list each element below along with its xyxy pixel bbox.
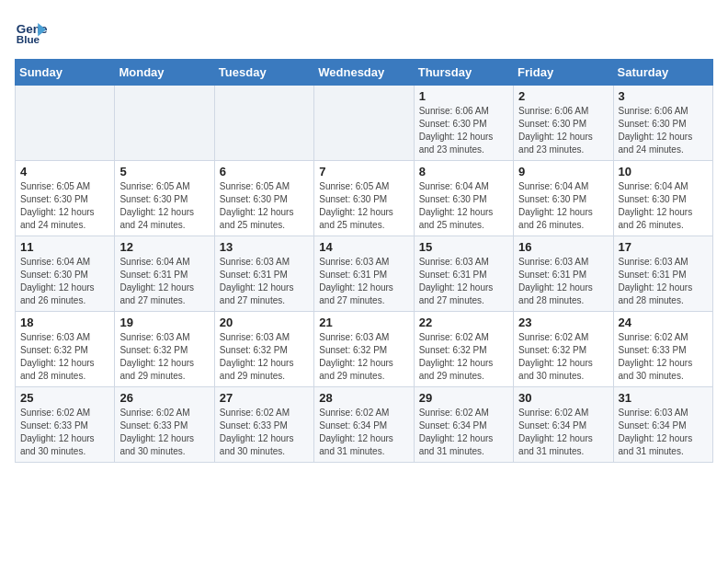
- day-info: Sunrise: 6:03 AMSunset: 6:31 PMDaylight:…: [619, 256, 708, 307]
- day-info: Sunrise: 6:02 AMSunset: 6:34 PMDaylight:…: [518, 407, 608, 458]
- calendar-table: SundayMondayTuesdayWednesdayThursdayFrid…: [15, 59, 713, 463]
- day-info: Sunrise: 6:02 AMSunset: 6:33 PMDaylight:…: [220, 407, 309, 458]
- calendar-cell: 25Sunrise: 6:02 AMSunset: 6:33 PMDayligh…: [16, 387, 115, 463]
- day-info: Sunrise: 6:02 AMSunset: 6:33 PMDaylight:…: [20, 407, 109, 458]
- day-number: 21: [319, 316, 408, 329]
- calendar-cell: 9Sunrise: 6:04 AMSunset: 6:30 PMDaylight…: [514, 161, 613, 236]
- day-info: Sunrise: 6:02 AMSunset: 6:32 PMDaylight:…: [518, 331, 608, 383]
- calendar-cell: 13Sunrise: 6:03 AMSunset: 6:31 PMDayligh…: [214, 236, 313, 312]
- calendar-cell: 8Sunrise: 6:04 AMSunset: 6:30 PMDaylight…: [414, 161, 513, 236]
- day-number: 7: [319, 165, 408, 178]
- day-info: Sunrise: 6:02 AMSunset: 6:33 PMDaylight:…: [119, 407, 209, 458]
- day-number: 15: [419, 240, 508, 254]
- weekday-header-saturday: Saturday: [613, 60, 712, 86]
- calendar-cell: 31Sunrise: 6:03 AMSunset: 6:34 PMDayligh…: [613, 387, 712, 463]
- svg-text:Blue: Blue: [17, 33, 40, 45]
- day-number: 10: [619, 165, 708, 178]
- day-number: 30: [518, 391, 608, 405]
- logo: General Blue: [15, 15, 48, 48]
- calendar-cell: 23Sunrise: 6:02 AMSunset: 6:32 PMDayligh…: [514, 312, 613, 387]
- day-number: 9: [518, 165, 608, 178]
- calendar-cell: 2Sunrise: 6:06 AMSunset: 6:30 PMDaylight…: [514, 86, 613, 161]
- day-number: 13: [220, 240, 309, 254]
- day-number: 4: [20, 165, 109, 178]
- weekday-header-wednesday: Wednesday: [314, 60, 414, 86]
- calendar-cell: 18Sunrise: 6:03 AMSunset: 6:32 PMDayligh…: [16, 312, 115, 387]
- day-info: Sunrise: 6:04 AMSunset: 6:30 PMDaylight:…: [419, 180, 508, 232]
- calendar-cell: 11Sunrise: 6:04 AMSunset: 6:30 PMDayligh…: [16, 236, 115, 312]
- day-info: Sunrise: 6:04 AMSunset: 6:31 PMDaylight:…: [119, 256, 209, 307]
- calendar-week-1: 4Sunrise: 6:05 AMSunset: 6:30 PMDaylight…: [16, 161, 713, 236]
- calendar-cell: [115, 86, 214, 161]
- calendar-cell: 26Sunrise: 6:02 AMSunset: 6:33 PMDayligh…: [115, 387, 214, 463]
- calendar-header: SundayMondayTuesdayWednesdayThursdayFrid…: [16, 60, 713, 86]
- day-info: Sunrise: 6:03 AMSunset: 6:32 PMDaylight:…: [20, 331, 109, 383]
- day-info: Sunrise: 6:02 AMSunset: 6:34 PMDaylight:…: [319, 407, 408, 458]
- calendar-week-3: 18Sunrise: 6:03 AMSunset: 6:32 PMDayligh…: [16, 312, 713, 387]
- day-info: Sunrise: 6:06 AMSunset: 6:30 PMDaylight:…: [619, 105, 708, 156]
- day-info: Sunrise: 6:04 AMSunset: 6:30 PMDaylight:…: [518, 180, 608, 232]
- calendar-cell: 28Sunrise: 6:02 AMSunset: 6:34 PMDayligh…: [314, 387, 414, 463]
- calendar-cell: 27Sunrise: 6:02 AMSunset: 6:33 PMDayligh…: [214, 387, 313, 463]
- day-info: Sunrise: 6:03 AMSunset: 6:32 PMDaylight:…: [319, 331, 408, 383]
- day-number: 25: [20, 391, 109, 405]
- weekday-header-tuesday: Tuesday: [214, 60, 313, 86]
- weekday-header-sunday: Sunday: [16, 60, 115, 86]
- day-number: 3: [619, 89, 708, 103]
- calendar-week-4: 25Sunrise: 6:02 AMSunset: 6:33 PMDayligh…: [16, 387, 713, 463]
- day-info: Sunrise: 6:03 AMSunset: 6:31 PMDaylight:…: [518, 256, 608, 307]
- day-info: Sunrise: 6:05 AMSunset: 6:30 PMDaylight:…: [220, 180, 309, 232]
- calendar-cell: 10Sunrise: 6:04 AMSunset: 6:30 PMDayligh…: [613, 161, 712, 236]
- day-info: Sunrise: 6:03 AMSunset: 6:34 PMDaylight:…: [619, 407, 708, 458]
- calendar-cell: 6Sunrise: 6:05 AMSunset: 6:30 PMDaylight…: [214, 161, 313, 236]
- calendar-cell: 22Sunrise: 6:02 AMSunset: 6:32 PMDayligh…: [414, 312, 513, 387]
- day-number: 1: [419, 89, 508, 103]
- day-number: 2: [518, 89, 608, 103]
- calendar-cell: 19Sunrise: 6:03 AMSunset: 6:32 PMDayligh…: [115, 312, 214, 387]
- day-info: Sunrise: 6:04 AMSunset: 6:30 PMDaylight:…: [20, 256, 109, 307]
- weekday-header-friday: Friday: [514, 60, 613, 86]
- calendar-cell: 16Sunrise: 6:03 AMSunset: 6:31 PMDayligh…: [514, 236, 613, 312]
- day-number: 28: [319, 391, 408, 405]
- calendar-cell: [314, 86, 414, 161]
- calendar-cell: 14Sunrise: 6:03 AMSunset: 6:31 PMDayligh…: [314, 236, 414, 312]
- calendar-cell: 17Sunrise: 6:03 AMSunset: 6:31 PMDayligh…: [613, 236, 712, 312]
- calendar-cell: 1Sunrise: 6:06 AMSunset: 6:30 PMDaylight…: [414, 86, 513, 161]
- day-info: Sunrise: 6:05 AMSunset: 6:30 PMDaylight:…: [319, 180, 408, 232]
- day-number: 12: [119, 240, 209, 254]
- calendar-cell: 7Sunrise: 6:05 AMSunset: 6:30 PMDaylight…: [314, 161, 414, 236]
- day-info: Sunrise: 6:03 AMSunset: 6:31 PMDaylight:…: [319, 256, 408, 307]
- day-info: Sunrise: 6:03 AMSunset: 6:31 PMDaylight:…: [419, 256, 508, 307]
- calendar-cell: [214, 86, 313, 161]
- day-number: 22: [419, 316, 508, 329]
- day-info: Sunrise: 6:06 AMSunset: 6:30 PMDaylight:…: [419, 105, 508, 156]
- day-info: Sunrise: 6:02 AMSunset: 6:32 PMDaylight:…: [419, 331, 508, 383]
- calendar-week-2: 11Sunrise: 6:04 AMSunset: 6:30 PMDayligh…: [16, 236, 713, 312]
- day-info: Sunrise: 6:03 AMSunset: 6:32 PMDaylight:…: [119, 331, 209, 383]
- day-number: 26: [119, 391, 209, 405]
- day-info: Sunrise: 6:03 AMSunset: 6:32 PMDaylight:…: [220, 331, 309, 383]
- day-number: 14: [319, 240, 408, 254]
- calendar-cell: 29Sunrise: 6:02 AMSunset: 6:34 PMDayligh…: [414, 387, 513, 463]
- day-number: 5: [119, 165, 209, 178]
- day-number: 17: [619, 240, 708, 254]
- day-number: 8: [419, 165, 508, 178]
- day-info: Sunrise: 6:06 AMSunset: 6:30 PMDaylight:…: [518, 105, 608, 156]
- page-header: General Blue: [15, 15, 713, 48]
- day-number: 29: [419, 391, 508, 405]
- day-number: 31: [619, 391, 708, 405]
- calendar-cell: 12Sunrise: 6:04 AMSunset: 6:31 PMDayligh…: [115, 236, 214, 312]
- weekday-header-thursday: Thursday: [414, 60, 513, 86]
- day-number: 23: [518, 316, 608, 329]
- day-number: 27: [220, 391, 309, 405]
- calendar-cell: 5Sunrise: 6:05 AMSunset: 6:30 PMDaylight…: [115, 161, 214, 236]
- weekday-header-monday: Monday: [115, 60, 214, 86]
- day-number: 16: [518, 240, 608, 254]
- day-number: 24: [619, 316, 708, 329]
- calendar-cell: 4Sunrise: 6:05 AMSunset: 6:30 PMDaylight…: [16, 161, 115, 236]
- logo-icon: General Blue: [15, 15, 48, 48]
- day-info: Sunrise: 6:05 AMSunset: 6:30 PMDaylight:…: [20, 180, 109, 232]
- day-info: Sunrise: 6:02 AMSunset: 6:34 PMDaylight:…: [419, 407, 508, 458]
- calendar-cell: [16, 86, 115, 161]
- calendar-cell: 15Sunrise: 6:03 AMSunset: 6:31 PMDayligh…: [414, 236, 513, 312]
